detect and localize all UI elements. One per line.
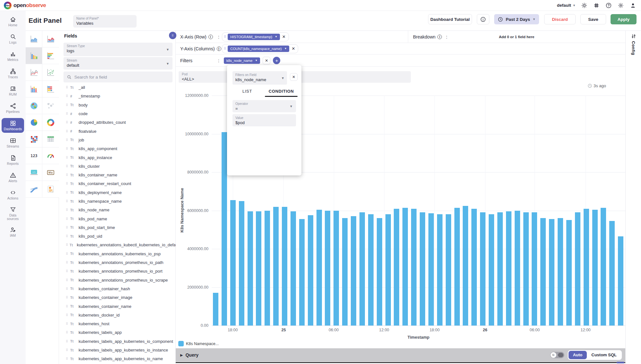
bar[interactable] (411, 209, 417, 326)
bar[interactable] (489, 214, 494, 326)
query-bar[interactable]: ▶ Query fx Auto Custom SQL (176, 348, 625, 362)
sidebar-item-logs[interactable]: Logs (0, 30, 26, 47)
bar[interactable] (402, 208, 408, 326)
field-item-kubernetes_annotations_prometheus_io_port[interactable]: ⠿Ttkubernetes_annotations_prometheus_io_… (59, 267, 176, 275)
bar[interactable] (540, 218, 546, 326)
bar[interactable] (368, 214, 374, 326)
field-item-job[interactable]: ⠿Ttjob (59, 136, 176, 144)
sidebar-item-alerts[interactable]: Alerts (0, 169, 26, 186)
chart-type-markdown[interactable]: M (42, 164, 59, 181)
config-tab[interactable]: Config (626, 33, 641, 55)
bar[interactable] (273, 207, 279, 326)
field-item-kubernetes_annotations_kubernetes_io_psp[interactable]: ⠿Ttkubernetes_annotations_kubernetes_io_… (59, 250, 176, 258)
chart-type-maps[interactable] (42, 97, 59, 114)
chart-legend[interactable]: K8s Namespace... (178, 341, 219, 346)
chart-type-area-stacked[interactable] (42, 31, 59, 47)
field-item-k8s_cluster[interactable]: ⠿Ttk8s_cluster (59, 162, 176, 171)
bar[interactable] (213, 293, 218, 326)
sidebar-item-actions[interactable]: Actions (0, 186, 26, 203)
bar[interactable] (566, 220, 572, 326)
bar[interactable] (428, 213, 434, 326)
operator-select[interactable]: Operator = ▼ (232, 100, 296, 112)
panel-info-button[interactable] (477, 14, 489, 24)
chart-type-html[interactable]: </> (26, 164, 42, 181)
remove-filter-button[interactable]: ✕ (263, 57, 270, 64)
custom-sql-button[interactable]: Custom SQL (587, 351, 621, 359)
bar[interactable] (454, 208, 460, 326)
panel-name-field[interactable]: Name of Panel* Variables (73, 15, 137, 28)
dashboard-tutorial-button[interactable]: Dashboard Tutorial (428, 14, 472, 24)
field-item-k8s_pod_start_time[interactable]: ⠿Ttk8s_pod_start_time (59, 223, 176, 232)
breakdown-drop-hint[interactable]: Add 0 or 1 field here (408, 35, 625, 39)
field-item-code[interactable]: ⠿#code (59, 109, 176, 118)
filter-field-chip[interactable]: k8s_node_name▼ (224, 57, 260, 64)
bar[interactable] (316, 210, 322, 326)
bar[interactable] (239, 201, 244, 326)
chart-type-table[interactable] (42, 131, 59, 148)
sidebar-item-traces[interactable]: Traces (0, 65, 26, 82)
chart-type-metric[interactable]: 123 (26, 148, 42, 164)
bar[interactable] (532, 212, 537, 326)
chart-type-h-bar[interactable] (42, 47, 59, 64)
bar[interactable] (359, 212, 365, 326)
y-axis-field-chip[interactable]: COUNT(k8s_namespace_name)▼ (228, 46, 289, 52)
chart-type-geomap[interactable] (26, 97, 42, 114)
bar[interactable] (558, 218, 563, 326)
chart-type-heatmap[interactable] (26, 131, 42, 148)
help-icon[interactable] (605, 2, 612, 9)
field-item-dropped_attributes_count[interactable]: ⠿#dropped_attributes_count (59, 118, 176, 127)
field-item-kubernetes_labels_app_kubernetes_io_component[interactable]: ⠿Ttkubernetes_labels_app_kubernetes_io_c… (59, 337, 176, 346)
bar[interactable] (463, 206, 468, 326)
bar[interactable] (515, 211, 520, 326)
slack-icon[interactable] (593, 2, 600, 9)
bar[interactable] (394, 209, 399, 326)
discard-button[interactable]: Discard (544, 14, 576, 24)
bar[interactable] (282, 207, 287, 326)
function-toggle[interactable]: fx (550, 352, 564, 358)
chart-type-h-stacked[interactable] (42, 81, 59, 97)
field-item-floatvalue[interactable]: ⠿#floatvalue (59, 127, 176, 135)
sidebar-item-metrics[interactable]: Metrics (0, 47, 26, 65)
chart-type-gauge[interactable] (42, 148, 59, 164)
tab-condition[interactable]: CONDITION (264, 87, 298, 96)
sidebar-item-rum[interactable]: RUM (0, 82, 26, 99)
bar[interactable] (446, 214, 451, 326)
field-item-kubernetes_annotations_prometheus_io_path[interactable]: ⠿Ttkubernetes_annotations_prometheus_io_… (59, 258, 176, 267)
field-item-k8s_deployment_name[interactable]: ⠿Ttk8s_deployment_name (59, 188, 176, 197)
chart-type-sankey[interactable] (26, 181, 42, 198)
chart-type-custom[interactable] (42, 181, 59, 198)
sidebar-item-reports[interactable]: Reports (0, 151, 26, 169)
chart-type-pie[interactable] (26, 114, 42, 131)
bar[interactable] (609, 221, 615, 326)
field-search-input[interactable] (74, 75, 169, 80)
auto-mode-button[interactable]: Auto (569, 351, 587, 359)
theme-toggle-icon[interactable] (581, 2, 588, 9)
bar[interactable] (265, 211, 270, 326)
field-item-kubernetes_container_name[interactable]: ⠿Ttkubernetes_container_name (59, 302, 176, 310)
field-item-kubernetes_container_hash[interactable]: ⠿Ttkubernetes_container_hash (59, 284, 176, 293)
chart-type-scatter[interactable] (42, 64, 59, 81)
bar[interactable] (549, 219, 554, 326)
bar[interactable] (222, 132, 227, 326)
bar[interactable] (377, 218, 382, 326)
chart-type-stacked[interactable] (26, 81, 42, 97)
bar[interactable] (333, 211, 339, 326)
field-item-kubernetes_labels_app[interactable]: ⠿Ttkubernetes_labels_app (59, 328, 176, 337)
field-item-k8s_container_restart_count[interactable]: ⠿Ttk8s_container_restart_count (59, 179, 176, 188)
panel-drag-badge[interactable]: ⠿ (169, 32, 176, 39)
chart-type-line[interactable] (26, 64, 42, 81)
value-input[interactable]: Value $pod (232, 114, 296, 126)
stream-type-select[interactable]: Stream Type logs ▼ (63, 43, 173, 56)
bar[interactable] (592, 210, 598, 326)
bar[interactable] (291, 211, 296, 326)
bar[interactable] (308, 215, 313, 326)
field-item-_timestamp[interactable]: ⠿#_timestamp (59, 92, 176, 100)
bar[interactable] (420, 212, 425, 326)
drag-handle-icon[interactable]: ⠿ (224, 35, 226, 38)
bar[interactable] (471, 209, 477, 326)
field-item-k8s_container_name[interactable]: ⠿Ttk8s_container_name (59, 171, 176, 179)
openobserve-logo[interactable]: openobserve (4, 2, 46, 9)
field-item-kubernetes_host[interactable]: ⠿Ttkubernetes_host (59, 319, 176, 328)
bar[interactable] (248, 211, 253, 326)
bar[interactable] (230, 200, 236, 326)
